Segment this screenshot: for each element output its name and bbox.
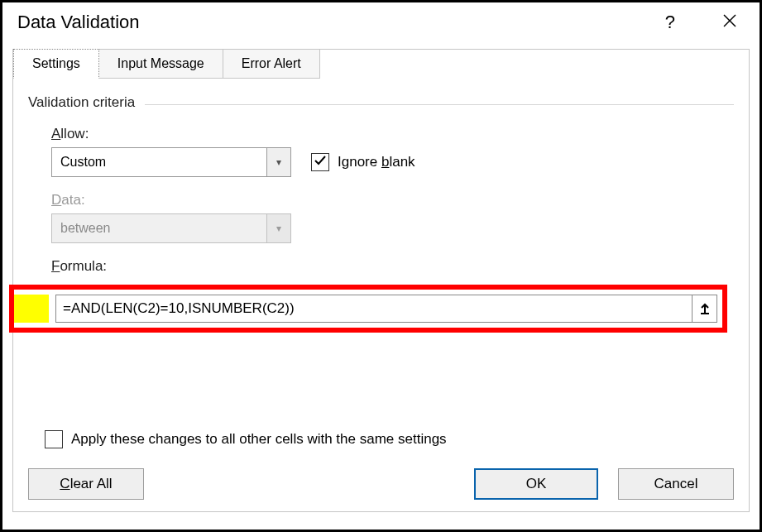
formula-input[interactable] — [56, 295, 692, 322]
formula-input-wrap — [55, 295, 717, 323]
help-icon[interactable]: ? — [659, 10, 682, 35]
titlebar-controls: ? — [659, 9, 745, 36]
close-icon[interactable] — [715, 9, 745, 36]
data-section: Data: between ▾ — [51, 192, 734, 243]
checkbox-box — [311, 153, 329, 171]
data-select: between ▾ — [51, 213, 291, 243]
allow-select-value: Custom — [51, 147, 266, 177]
allow-label: Allow: — [51, 126, 734, 142]
button-row: Clear All OK Cancel — [28, 468, 734, 500]
validation-criteria-legend: Validation criteria — [28, 94, 734, 114]
formula-section: Formula: — [28, 258, 734, 275]
tab-settings[interactable]: Settings — [13, 49, 99, 79]
data-select-value: between — [51, 213, 266, 243]
yellow-marker — [14, 295, 49, 323]
formula-highlight-box — [9, 285, 727, 333]
chevron-down-icon: ▾ — [266, 213, 291, 243]
data-label: Data: — [51, 192, 734, 208]
cancel-button[interactable]: Cancel — [618, 468, 734, 500]
formula-label: Formula: — [51, 258, 734, 275]
tab-content: Validation criteria Allow: Custom ▾ — [13, 79, 749, 275]
allow-select[interactable]: Custom ▾ — [51, 147, 291, 177]
chevron-down-icon[interactable]: ▾ — [266, 147, 291, 177]
clear-all-button[interactable]: Clear All — [28, 468, 144, 500]
ignore-blank-checkbox[interactable]: Ignore blank — [311, 153, 415, 171]
collapse-dialog-icon[interactable] — [692, 295, 716, 322]
checkbox-box — [45, 430, 63, 448]
apply-all-checkbox[interactable]: Apply these changes to all other cells w… — [45, 430, 447, 448]
apply-all-label: Apply these changes to all other cells w… — [71, 431, 447, 448]
tab-error-alert[interactable]: Error Alert — [223, 49, 320, 79]
ok-button[interactable]: OK — [474, 468, 598, 500]
tab-strip: Settings Input Message Error Alert — [13, 49, 749, 79]
titlebar: Data Validation ? — [2, 2, 760, 49]
check-icon — [314, 154, 327, 171]
dialog-title: Data Validation — [17, 12, 140, 33]
allow-section: Allow: Custom ▾ Ignore blank — [28, 126, 734, 243]
tab-input-message[interactable]: Input Message — [98, 49, 223, 79]
dialog-body: Settings Input Message Error Alert Valid… — [12, 49, 750, 512]
dialog-window: Data Validation ? Settings Input Message… — [0, 0, 762, 532]
